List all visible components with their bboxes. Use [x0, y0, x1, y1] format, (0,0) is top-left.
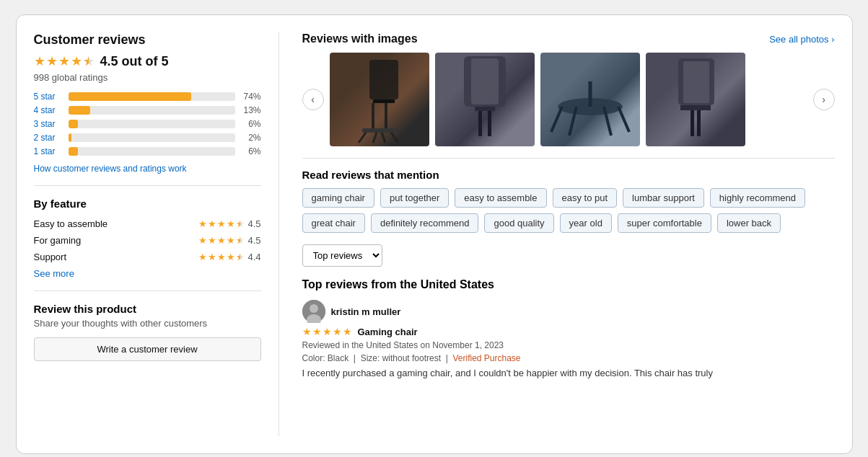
- tag-super-comfortable[interactable]: super comfortable: [618, 213, 711, 233]
- svg-line-15: [551, 107, 562, 132]
- star-4: ★: [71, 53, 82, 69]
- bar-pct-2: 2%: [241, 133, 261, 143]
- fsu4: ★: [227, 252, 235, 262]
- star-2: ★: [46, 53, 58, 69]
- star-bars: 5 star 74% 4 star 13% 3 star 6% 2 star 2…: [34, 92, 261, 156]
- rev-star-5: ★: [343, 326, 352, 337]
- svg-line-5: [359, 133, 366, 143]
- svg-rect-3: [385, 103, 387, 132]
- carousel-next-button[interactable]: ›: [813, 89, 835, 110]
- star-1: ★: [34, 53, 45, 69]
- bar-fill-4: [69, 106, 90, 115]
- tag-gaming-chair[interactable]: gaming chair: [302, 188, 374, 208]
- star-5-half: ★: [83, 53, 95, 69]
- bar-bg-4: [69, 106, 235, 115]
- review-image-4[interactable]: [646, 53, 745, 146]
- star-label-1[interactable]: 1 star: [34, 146, 63, 156]
- feature-name-gaming: For gaming: [34, 235, 82, 246]
- reviewer-name: kristin m muller: [331, 306, 401, 317]
- review-image-3[interactable]: [540, 53, 640, 146]
- bar-bg-5: [69, 92, 235, 101]
- rating-number: 4.5 out of 5: [100, 54, 169, 69]
- how-ratings-link[interactable]: How customer reviews and ratings work: [34, 164, 261, 174]
- right-top: Reviews with images See all photos ›: [302, 32, 835, 45]
- chair-svg-4: [646, 53, 745, 146]
- section-title: Customer reviews: [34, 32, 261, 48]
- bar-bg-1: [69, 147, 235, 156]
- sort-select: Top reviews Most recent: [302, 244, 835, 267]
- right-divider-1: [302, 158, 835, 159]
- star-label-5[interactable]: 5 star: [34, 92, 63, 102]
- see-more-link[interactable]: See more: [34, 268, 261, 279]
- overall-stars: ★ ★ ★ ★ ★: [34, 53, 95, 69]
- svg-rect-23: [691, 110, 694, 136]
- see-all-photos-link[interactable]: See all photos ›: [769, 34, 834, 45]
- fg3: ★: [217, 235, 226, 246]
- svg-rect-11: [475, 107, 495, 111]
- svg-line-7: [373, 133, 377, 143]
- fs3: ★: [217, 218, 226, 229]
- fg2: ★: [208, 235, 216, 246]
- avatar-icon: [302, 300, 325, 323]
- review-stars-row: ★ ★ ★ ★ ★ Gaming chair: [302, 326, 835, 337]
- feature-stars-support: ★ ★ ★ ★ ★: [198, 252, 245, 262]
- svg-rect-21: [683, 61, 709, 103]
- by-feature-title: By feature: [34, 198, 261, 210]
- svg-line-6: [391, 133, 398, 143]
- avatar: [302, 300, 325, 323]
- star-label-3[interactable]: 3 star: [34, 119, 63, 129]
- sort-dropdown[interactable]: Top reviews Most recent: [302, 244, 382, 267]
- feature-row-support: Support ★ ★ ★ ★ ★ 4.4: [34, 252, 261, 262]
- review-meta-details: Color: Black | Size: without footrest | …: [302, 353, 835, 363]
- tag-easy-to-put[interactable]: easy to put: [553, 188, 618, 208]
- review-stars: ★ ★ ★ ★ ★: [302, 326, 352, 337]
- fsu2: ★: [208, 252, 216, 262]
- chair-svg-2: [435, 53, 535, 146]
- bar-bg-3: [69, 120, 235, 128]
- fs5: ★: [236, 218, 245, 229]
- svg-rect-10: [471, 58, 499, 105]
- bar-bg-2: [69, 133, 235, 142]
- rating-summary: ★ ★ ★ ★ ★ 4.5 out of 5: [34, 53, 261, 69]
- feature-name-assemble: Easy to assemble: [34, 218, 108, 229]
- bar-fill-1: [69, 147, 79, 156]
- review-product-name: Gaming chair: [358, 327, 418, 337]
- svg-point-26: [310, 304, 318, 313]
- fsu5: ★: [236, 252, 245, 262]
- fsu3: ★: [217, 252, 226, 262]
- review-text: I recently purchased a gaming chair, and…: [302, 366, 835, 381]
- carousel-prev-button[interactable]: ‹: [302, 89, 324, 110]
- bar-pct-4: 13%: [241, 105, 261, 115]
- rev-star-2: ★: [312, 326, 322, 337]
- bar-pct-3: 6%: [241, 119, 261, 129]
- star-label-4[interactable]: 4 star: [34, 105, 63, 115]
- tags-area: gaming chair put together easy to assemb…: [302, 188, 835, 233]
- top-reviews-title: Top reviews from the United States: [302, 278, 835, 291]
- tag-definitely-recommend[interactable]: definitely recommend: [371, 213, 479, 233]
- tag-year-old[interactable]: year old: [560, 213, 612, 233]
- fs1: ★: [198, 218, 207, 229]
- rev-star-4: ★: [333, 326, 342, 337]
- tag-put-together[interactable]: put together: [380, 188, 449, 208]
- star-row-4: 4 star 13%: [34, 105, 261, 115]
- tag-lumbar-support[interactable]: lumbar support: [623, 188, 704, 208]
- bar-fill-3: [69, 120, 79, 128]
- review-product-sub: Share your thoughts with other customers: [34, 318, 261, 329]
- feature-val-gaming: 4.5: [247, 235, 260, 246]
- write-review-button[interactable]: Write a customer review: [34, 337, 261, 361]
- tag-good-quality[interactable]: good quality: [484, 213, 553, 233]
- svg-rect-24: [697, 110, 701, 136]
- fg5: ★: [236, 235, 245, 246]
- feature-name-support: Support: [34, 252, 67, 262]
- tag-easy-to-assemble[interactable]: easy to assemble: [455, 188, 546, 208]
- review-image-2[interactable]: [435, 53, 535, 146]
- reviewer-row: kristin m muller: [302, 300, 835, 323]
- images-carousel: ‹: [302, 53, 835, 146]
- review-image-1[interactable]: [330, 53, 429, 146]
- tag-highly-recommend[interactable]: highly recommend: [710, 188, 805, 208]
- tag-great-chair[interactable]: great chair: [302, 213, 365, 233]
- tag-lower-back[interactable]: lower back: [717, 213, 781, 233]
- star-row-2: 2 star 2%: [34, 133, 261, 143]
- chair-svg-3: [540, 53, 640, 146]
- star-label-2[interactable]: 2 star: [34, 133, 63, 143]
